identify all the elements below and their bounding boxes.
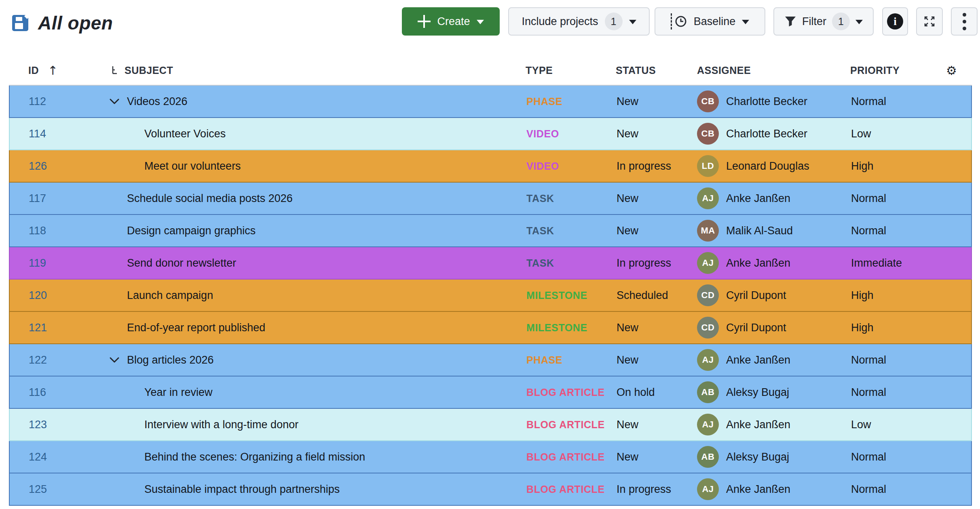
column-header-id[interactable]: ID <box>28 65 39 76</box>
work-package-subject[interactable]: Videos 2026 <box>127 95 188 108</box>
work-package-subject[interactable]: Behind the scenes: Organizing a field mi… <box>144 451 365 463</box>
work-package-subject[interactable]: Launch campaign <box>127 289 213 302</box>
type-badge[interactable]: MILESTONE <box>526 290 587 301</box>
table-row[interactable]: 126Meet our volunteersVIDEOIn progressLD… <box>9 150 972 183</box>
work-package-id-link[interactable]: 125 <box>29 483 47 496</box>
work-package-subject[interactable]: Design campaign graphics <box>127 225 256 237</box>
type-badge[interactable]: PHASE <box>526 354 562 366</box>
assignee-name[interactable]: Anke Janßen <box>726 192 790 205</box>
more-options-button[interactable] <box>951 7 978 36</box>
assignee-name[interactable]: Aleksy Bugaj <box>726 386 789 399</box>
table-settings-gear-icon[interactable]: ⚙ <box>946 63 957 78</box>
status-value[interactable]: New <box>617 354 638 366</box>
work-package-id-link[interactable]: 114 <box>29 128 46 140</box>
status-value[interactable]: New <box>617 192 638 205</box>
table-row[interactable]: 125Sustainable impact through partnershi… <box>9 473 972 506</box>
sort-ascending-icon[interactable]: ↑ <box>48 63 58 78</box>
work-package-id-link[interactable]: 119 <box>29 257 46 269</box>
type-badge[interactable]: PHASE <box>526 96 562 107</box>
assignee-name[interactable]: Cyril Dupont <box>726 322 786 334</box>
work-package-id-link[interactable]: 124 <box>29 451 47 463</box>
baseline-button[interactable]: Baseline <box>655 7 765 36</box>
priority-value[interactable]: Low <box>851 419 871 431</box>
assignee-name[interactable]: Leonard Douglas <box>726 160 809 172</box>
priority-value[interactable]: Immediate <box>851 257 902 269</box>
priority-value[interactable]: Normal <box>851 192 886 205</box>
column-header-priority[interactable]: PRIORITY <box>850 65 900 76</box>
filter-button[interactable]: Filter 1 <box>773 7 874 36</box>
table-row[interactable]: 124Behind the scenes: Organizing a field… <box>9 441 972 473</box>
assignee-name[interactable]: Anke Janßen <box>726 419 790 431</box>
status-value[interactable]: New <box>617 322 638 334</box>
assignee-name[interactable]: Charlotte Becker <box>726 128 807 140</box>
status-value[interactable]: In progress <box>617 257 671 269</box>
work-package-subject[interactable]: Send donor newsletter <box>127 257 236 269</box>
status-value[interactable]: Scheduled <box>617 289 668 302</box>
column-header-status[interactable]: STATUS <box>616 65 656 76</box>
priority-value[interactable]: High <box>851 289 874 302</box>
include-projects-button[interactable]: Include projects 1 <box>508 7 650 36</box>
status-value[interactable]: New <box>617 95 638 108</box>
work-package-subject[interactable]: Meet our volunteers <box>144 160 241 172</box>
create-button[interactable]: Create <box>402 7 500 36</box>
priority-value[interactable]: High <box>851 160 874 172</box>
column-header-type[interactable]: TYPE <box>526 65 553 76</box>
column-header-subject[interactable]: SUBJECT <box>125 65 173 76</box>
type-badge[interactable]: TASK <box>526 257 554 269</box>
work-package-subject[interactable]: Blog articles 2026 <box>127 354 214 366</box>
priority-value[interactable]: Normal <box>851 483 886 496</box>
table-row[interactable]: 122Blog articles 2026PHASENewAJAnke Janß… <box>9 344 972 376</box>
table-row[interactable]: 117Schedule social media posts 2026TASKN… <box>9 183 972 215</box>
assignee-name[interactable]: Anke Janßen <box>726 257 790 269</box>
work-package-id-link[interactable]: 121 <box>29 322 47 334</box>
table-row[interactable]: 112Videos 2026PHASENewCBCharlotte Becker… <box>9 86 972 118</box>
status-value[interactable]: In progress <box>617 160 671 172</box>
assignee-name[interactable]: Charlotte Becker <box>726 95 807 108</box>
work-package-subject[interactable]: End-of-year report published <box>127 322 265 334</box>
type-badge[interactable]: TASK <box>526 225 554 237</box>
work-package-subject[interactable]: Year in review <box>144 386 213 399</box>
work-package-id-link[interactable]: 123 <box>29 419 47 431</box>
work-package-subject[interactable]: Schedule social media posts 2026 <box>127 192 293 205</box>
status-value[interactable]: In progress <box>617 483 671 496</box>
info-button[interactable]: i <box>882 7 908 36</box>
table-row[interactable]: 121End-of-year report publishedMILESTONE… <box>9 312 972 344</box>
work-package-id-link[interactable]: 122 <box>29 354 47 366</box>
priority-value[interactable]: Normal <box>851 451 886 463</box>
priority-value[interactable]: Normal <box>851 354 886 366</box>
priority-value[interactable]: High <box>851 322 874 334</box>
status-value[interactable]: New <box>617 451 638 463</box>
type-badge[interactable]: MILESTONE <box>526 322 587 334</box>
fullscreen-button[interactable] <box>916 7 943 36</box>
chevron-down-icon[interactable] <box>109 357 120 363</box>
chevron-down-icon[interactable] <box>109 98 120 105</box>
work-package-id-link[interactable]: 126 <box>29 160 47 172</box>
type-badge[interactable]: TASK <box>526 193 554 204</box>
assignee-name[interactable]: Anke Janßen <box>726 483 790 496</box>
work-package-id-link[interactable]: 112 <box>29 95 46 108</box>
table-row[interactable]: 119Send donor newsletterTASKIn progressA… <box>9 247 972 280</box>
type-badge[interactable]: VIDEO <box>526 160 559 172</box>
priority-value[interactable]: Normal <box>851 95 886 108</box>
hierarchy-icon[interactable] <box>111 66 119 75</box>
table-row[interactable]: 118Design campaign graphicsTASKNewMAMali… <box>9 215 972 247</box>
work-package-subject[interactable]: Volunteer Voices <box>144 128 226 140</box>
status-value[interactable]: On hold <box>617 386 655 399</box>
type-badge[interactable]: BLOG ARTICLE <box>526 451 605 463</box>
type-badge[interactable]: BLOG ARTICLE <box>526 419 605 431</box>
status-value[interactable]: New <box>617 419 638 431</box>
table-row[interactable]: 123Interview with a long-time donorBLOG … <box>9 409 972 441</box>
assignee-name[interactable]: Anke Janßen <box>726 354 790 366</box>
priority-value[interactable]: Normal <box>851 386 886 399</box>
table-row[interactable]: 114Volunteer VoicesVIDEONewCBCharlotte B… <box>9 118 972 150</box>
save-view-icon[interactable] <box>12 15 28 31</box>
priority-value[interactable]: Low <box>851 128 871 140</box>
assignee-name[interactable]: Aleksy Bugaj <box>726 451 789 463</box>
type-badge[interactable]: BLOG ARTICLE <box>526 484 605 495</box>
work-package-id-link[interactable]: 118 <box>29 225 46 237</box>
assignee-name[interactable]: Malik Al-Saud <box>726 225 793 237</box>
assignee-name[interactable]: Cyril Dupont <box>726 289 786 302</box>
type-badge[interactable]: BLOG ARTICLE <box>526 387 605 398</box>
table-row[interactable]: 120Launch campaignMILESTONEScheduledCDCy… <box>9 280 972 312</box>
status-value[interactable]: New <box>617 128 638 140</box>
